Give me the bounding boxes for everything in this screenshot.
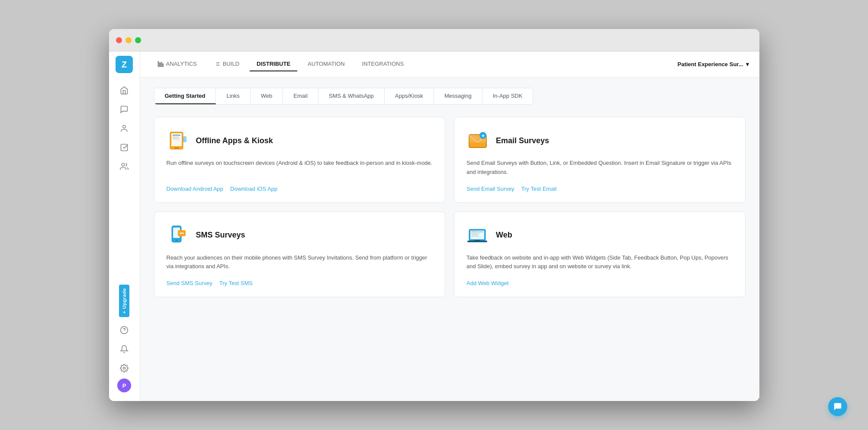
sidebar-item-settings[interactable]: [116, 359, 133, 377]
card-email-surveys-desc: Send Email Surveys with Button, Link, or…: [466, 159, 733, 177]
svg-rect-45: [474, 240, 480, 241]
card-web: Web Take feedback on website and in-app …: [454, 212, 746, 298]
svg-rect-19: [173, 135, 180, 136]
download-android-link[interactable]: Download Android App: [167, 186, 224, 192]
svg-rect-20: [173, 137, 179, 138]
tab-apps-kiosk[interactable]: Apps/Kiosk: [385, 88, 434, 104]
upgrade-button[interactable]: + Upgrade: [119, 285, 129, 317]
minimize-button[interactable]: [125, 37, 132, 43]
traffic-lights: [116, 37, 141, 43]
nav-automation[interactable]: AUTOMATION: [301, 57, 351, 71]
send-email-survey-link[interactable]: Send Email Survey: [466, 186, 514, 192]
card-web-title: Web: [496, 231, 512, 240]
svg-point-5: [123, 367, 125, 369]
nav-items: ANALYTICS BUILD DISTRIBUTE AUTOMATION IN…: [151, 57, 678, 71]
nav-build[interactable]: BUILD: [207, 57, 246, 71]
svg-point-30: [176, 240, 177, 241]
nav-integrations[interactable]: INTEGRATIONS: [355, 57, 411, 71]
card-web-actions: Add Web Widget: [466, 280, 733, 286]
chat-button[interactable]: [828, 397, 847, 416]
svg-rect-7: [159, 63, 160, 66]
send-sms-survey-link[interactable]: Send SMS Survey: [167, 280, 212, 286]
svg-point-33: [181, 232, 182, 234]
tab-sms-whatsapp[interactable]: SMS & WhatsApp: [318, 88, 385, 104]
svg-rect-22: [183, 136, 186, 142]
sidebar-item-team[interactable]: [116, 158, 133, 175]
svg-point-0: [123, 125, 126, 128]
svg-rect-1: [121, 144, 128, 151]
svg-rect-21: [173, 138, 180, 139]
svg-rect-9: [162, 64, 163, 66]
card-sms-surveys-header: SMS Surveys: [167, 224, 433, 247]
sidebar: Z + Upgrade: [109, 51, 140, 401]
card-offline-apps: Offline Apps & Kiosk Run offline surveys…: [154, 117, 446, 203]
tab-web[interactable]: Web: [251, 88, 283, 104]
tab-in-app-sdk[interactable]: In-App SDK: [482, 88, 533, 104]
svg-point-34: [182, 232, 183, 234]
card-web-header: Web: [466, 224, 733, 247]
svg-text:★: ★: [481, 133, 485, 138]
close-button[interactable]: [116, 37, 122, 43]
sidebar-logo[interactable]: Z: [116, 56, 133, 73]
svg-rect-18: [174, 148, 179, 148]
titlebar: [109, 29, 759, 51]
svg-point-38: [472, 231, 473, 232]
user-avatar[interactable]: P: [117, 379, 131, 392]
card-sms-surveys-actions: Send SMS Survey Try Test SMS: [167, 280, 433, 286]
svg-rect-41: [471, 233, 480, 234]
sidebar-item-contacts[interactable]: [116, 120, 133, 137]
sidebar-item-surveys[interactable]: [116, 101, 133, 118]
app-window: Z + Upgrade: [109, 29, 759, 401]
svg-point-39: [473, 231, 474, 232]
svg-rect-8: [161, 62, 162, 66]
sidebar-item-tasks[interactable]: [116, 139, 133, 156]
download-ios-link[interactable]: Download iOS App: [230, 186, 277, 192]
content-area: Getting Started Links Web Email SMS & Wh…: [140, 77, 759, 401]
maximize-button[interactable]: [135, 37, 141, 43]
try-test-email-link[interactable]: Try Test Email: [521, 186, 557, 192]
nav-analytics[interactable]: ANALYTICS: [151, 57, 204, 71]
try-test-sms-link[interactable]: Try Test SMS: [219, 280, 253, 286]
tab-email[interactable]: Email: [283, 88, 318, 104]
svg-rect-42: [471, 234, 478, 235]
card-email-surveys-title: Email Surveys: [496, 136, 549, 145]
tab-getting-started[interactable]: Getting Started: [154, 88, 216, 104]
card-sms-surveys-desc: Reach your audiences on their mobile pho…: [167, 254, 433, 272]
card-web-desc: Take feedback on website and in-app with…: [466, 254, 733, 272]
svg-point-40: [474, 231, 475, 232]
svg-point-32: [180, 232, 181, 234]
card-offline-apps-desc: Run offline surveys on touchscreen devic…: [167, 159, 433, 177]
cards-grid: Offline Apps & Kiosk Run offline surveys…: [154, 117, 746, 297]
svg-point-2: [122, 164, 125, 167]
subtabs: Getting Started Links Web Email SMS & Wh…: [154, 88, 534, 105]
card-offline-apps-title: Offline Apps & Kiosk: [196, 136, 273, 145]
sidebar-item-help[interactable]: [116, 321, 133, 339]
tab-messaging[interactable]: Messaging: [434, 88, 482, 104]
svg-rect-6: [158, 61, 159, 67]
project-selector[interactable]: Patient Experience Sur... ▾: [678, 61, 749, 67]
card-email-surveys: ★ Email Surveys Send Email Surveys with …: [454, 117, 746, 203]
nav-distribute[interactable]: DISTRIBUTE: [250, 57, 297, 71]
card-offline-apps-header: Offline Apps & Kiosk: [167, 129, 433, 152]
sidebar-item-home[interactable]: [116, 82, 133, 99]
web-icon: [466, 224, 489, 247]
svg-rect-43: [471, 236, 479, 237]
card-email-surveys-header: ★ Email Surveys: [466, 129, 733, 152]
card-email-surveys-actions: Send Email Survey Try Test Email: [466, 186, 733, 192]
topnav: ANALYTICS BUILD DISTRIBUTE AUTOMATION IN…: [140, 51, 759, 77]
add-web-widget-link[interactable]: Add Web Widget: [466, 280, 508, 286]
card-sms-surveys-title: SMS Surveys: [196, 231, 245, 240]
email-surveys-icon: ★: [466, 129, 489, 152]
card-sms-surveys: SMS Surveys Reach your audiences on thei…: [154, 212, 446, 298]
app-body: Z + Upgrade: [109, 51, 759, 401]
sidebar-item-notifications[interactable]: [116, 340, 133, 358]
main-content: ANALYTICS BUILD DISTRIBUTE AUTOMATION IN…: [140, 51, 759, 401]
offline-apps-icon: [167, 129, 189, 152]
chevron-down-icon: ▾: [746, 61, 749, 67]
card-offline-apps-actions: Download Android App Download iOS App: [167, 186, 433, 192]
sms-surveys-icon: [167, 224, 189, 247]
tab-links[interactable]: Links: [216, 88, 250, 104]
